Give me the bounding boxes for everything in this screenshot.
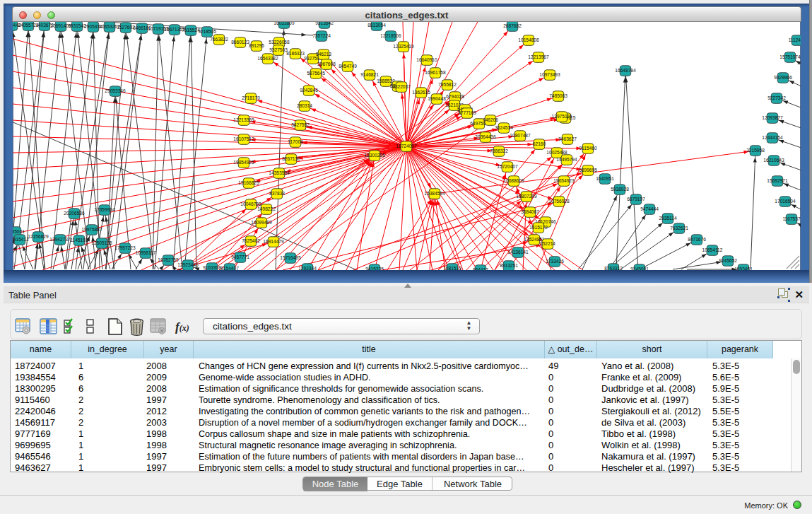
svg-text:3684067: 3684067 xyxy=(521,209,539,214)
svg-text:16543382: 16543382 xyxy=(257,56,278,61)
svg-text:9245652: 9245652 xyxy=(719,258,737,263)
svg-text:12325419: 12325419 xyxy=(393,44,414,49)
svg-text:7955812: 7955812 xyxy=(438,82,457,87)
svg-text:16033809: 16033809 xyxy=(273,22,295,25)
svg-text:1093451: 1093451 xyxy=(734,267,753,270)
svg-text:15720407: 15720407 xyxy=(497,164,518,169)
svg-text:10154808: 10154808 xyxy=(518,37,539,42)
svg-text:12093877: 12093877 xyxy=(762,115,783,120)
svg-text:546213: 546213 xyxy=(316,52,331,57)
svg-text:10046788: 10046788 xyxy=(240,201,261,206)
svg-text:1167537: 1167537 xyxy=(782,216,801,221)
svg-text:6899695: 6899695 xyxy=(579,168,597,173)
svg-text:746206: 746206 xyxy=(483,117,498,122)
svg-text:12975115: 12975115 xyxy=(552,114,572,119)
svg-text:16961758: 16961758 xyxy=(425,70,446,75)
svg-text:29053346: 29053346 xyxy=(105,88,126,93)
svg-text:20364436: 20364436 xyxy=(475,134,496,139)
svg-text:8154407: 8154407 xyxy=(220,266,239,270)
svg-text:252214: 252214 xyxy=(540,241,555,246)
svg-text:8267130: 8267130 xyxy=(282,156,300,161)
svg-text:7357224: 7357224 xyxy=(312,33,331,38)
svg-text:1362615: 1362615 xyxy=(412,90,430,95)
svg-text:9474444: 9474444 xyxy=(640,206,659,211)
svg-text:12156829: 12156829 xyxy=(28,234,49,239)
svg-text:19975887: 19975887 xyxy=(81,227,102,232)
svg-text:1081533: 1081533 xyxy=(443,266,461,270)
svg-text:8913251: 8913251 xyxy=(500,263,518,268)
svg-text:8813054: 8813054 xyxy=(367,23,386,28)
svg-text:8427552: 8427552 xyxy=(291,122,310,127)
svg-text:1990448: 1990448 xyxy=(428,96,446,101)
svg-text:1435001: 1435001 xyxy=(13,229,25,234)
svg-text:2687682: 2687682 xyxy=(503,23,522,28)
svg-text:8186323: 8186323 xyxy=(286,51,305,56)
svg-text:7663822: 7663822 xyxy=(210,37,228,42)
svg-text:9245081: 9245081 xyxy=(630,267,649,270)
svg-text:1145193: 1145193 xyxy=(70,238,88,243)
svg-text:16648784: 16648784 xyxy=(615,68,636,73)
svg-text:8454749: 8454749 xyxy=(339,64,357,69)
svg-text:19166825: 19166825 xyxy=(238,180,259,185)
svg-text:964412: 964412 xyxy=(473,267,488,270)
svg-text:12213967: 12213967 xyxy=(528,54,549,59)
svg-text:9313542: 9313542 xyxy=(315,22,334,25)
svg-text:10958117: 10958117 xyxy=(136,250,156,255)
svg-text:15751074: 15751074 xyxy=(779,54,801,59)
svg-text:9463627: 9463627 xyxy=(558,136,577,141)
svg-text:837833: 837833 xyxy=(269,191,285,196)
svg-text:8660123: 8660123 xyxy=(231,40,249,45)
svg-text:18807249: 18807249 xyxy=(516,194,537,199)
svg-text:10688609: 10688609 xyxy=(503,178,524,183)
svg-text:16107512: 16107512 xyxy=(233,136,254,141)
svg-text:18724007: 18724007 xyxy=(396,144,417,148)
svg-text:7386322: 7386322 xyxy=(490,148,508,153)
svg-text:17016504: 17016504 xyxy=(775,199,796,204)
svg-text:1292344: 1292344 xyxy=(298,266,317,270)
svg-text:7625402: 7625402 xyxy=(242,238,260,243)
svg-text:16914479: 16914479 xyxy=(263,239,284,244)
svg-text:14353594: 14353594 xyxy=(269,170,290,175)
svg-text:10025488: 10025488 xyxy=(546,150,567,155)
svg-text:15384594: 15384594 xyxy=(424,191,445,196)
svg-text:14495794: 14495794 xyxy=(556,157,577,162)
svg-text:12923446: 12923446 xyxy=(177,262,199,267)
svg-text:8471676: 8471676 xyxy=(688,237,706,242)
svg-text:9329966: 9329966 xyxy=(774,75,792,80)
svg-text:10756928: 10756928 xyxy=(548,199,570,204)
svg-text:8322037: 8322037 xyxy=(392,84,411,89)
svg-text:117004: 117004 xyxy=(288,139,303,144)
svg-text:62160: 62160 xyxy=(533,141,546,146)
svg-text:5938928: 5938928 xyxy=(611,187,629,192)
svg-text:1615172: 1615172 xyxy=(529,225,548,230)
svg-text:1112463: 1112463 xyxy=(789,37,801,42)
svg-text:9777169: 9777169 xyxy=(458,110,476,115)
svg-text:2967608: 2967608 xyxy=(317,62,336,66)
svg-text:16099489: 16099489 xyxy=(251,220,272,225)
svg-text:15716485: 15716485 xyxy=(280,255,301,260)
svg-text:280314: 280314 xyxy=(297,103,312,108)
svg-text:5875645: 5875645 xyxy=(307,71,325,76)
svg-text:19854925: 19854925 xyxy=(233,160,254,165)
svg-text:16782759: 16782759 xyxy=(158,257,179,262)
svg-text:9218505: 9218505 xyxy=(198,29,216,34)
svg-text:891295: 891295 xyxy=(249,43,264,48)
svg-text:16210643: 16210643 xyxy=(763,158,784,163)
svg-text:2718170: 2718170 xyxy=(242,95,260,100)
svg-text:6879197: 6879197 xyxy=(627,197,645,201)
svg-text:9163308: 9163308 xyxy=(203,265,221,270)
svg-text:9415335: 9415335 xyxy=(365,267,384,270)
svg-text:16640910: 16640910 xyxy=(416,57,437,62)
svg-text:9242846: 9242846 xyxy=(300,88,318,93)
svg-text:3915412: 3915412 xyxy=(13,237,29,242)
svg-text:12505135: 12505135 xyxy=(91,240,112,245)
svg-text:3215958: 3215958 xyxy=(746,148,765,153)
svg-text:3624534: 3624534 xyxy=(495,125,513,130)
svg-text:7485063: 7485063 xyxy=(549,93,567,98)
svg-text:18300295: 18300295 xyxy=(364,153,385,158)
svg-text:20206536: 20206536 xyxy=(64,211,85,216)
svg-text:1640951: 1640951 xyxy=(596,176,614,181)
svg-text:2935114: 2935114 xyxy=(659,216,677,221)
svg-text:8763312: 8763312 xyxy=(604,266,623,270)
svg-text:53226058: 53226058 xyxy=(269,40,290,45)
